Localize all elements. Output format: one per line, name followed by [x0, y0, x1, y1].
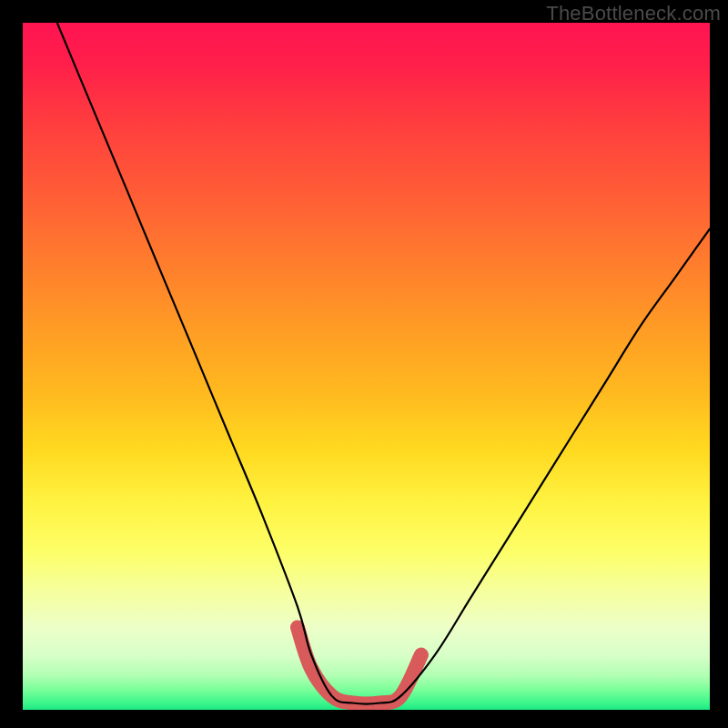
chart-stage: TheBottleneck.com [0, 0, 728, 728]
plot-area [23, 23, 710, 710]
bottleneck-curve [57, 23, 710, 703]
curve-layer [23, 23, 710, 710]
watermark-text: TheBottleneck.com [546, 2, 721, 25]
